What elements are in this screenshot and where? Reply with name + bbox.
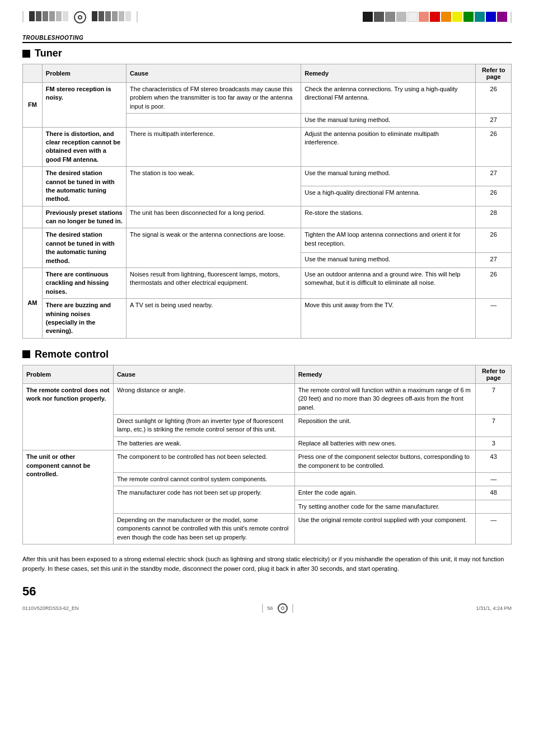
band-cell-am-1 bbox=[23, 228, 43, 268]
bottom-circle-icon bbox=[278, 603, 288, 613]
problem-cell-am-crackling: There are continuous crackling and hissi… bbox=[42, 268, 126, 299]
problem-cell-fm-distortion: There is distortion, and clear reception… bbox=[42, 127, 126, 167]
band-cell-fm-4 bbox=[23, 206, 43, 228]
ref-cell: 27 bbox=[476, 167, 512, 186]
ref-cell: 26 bbox=[476, 228, 512, 253]
cause-cell-empty bbox=[127, 114, 301, 127]
ref-cell bbox=[476, 500, 512, 513]
cause-cell: The batteries are weak. bbox=[113, 436, 294, 450]
footer-right-text: 1/31/1, 4:24 PM bbox=[476, 605, 512, 611]
remedy-cell: Reposition the unit. bbox=[294, 414, 476, 436]
remedy-cell bbox=[294, 472, 476, 486]
cause-cell: Wrong distance or angle. bbox=[113, 383, 294, 414]
tuner-header-problem: Problem bbox=[42, 64, 126, 83]
tuner-header-remedy: Remedy bbox=[301, 64, 476, 83]
remote-header-remedy: Remedy bbox=[294, 365, 476, 383]
remedy-cell: Press one of the component selector butt… bbox=[294, 450, 476, 473]
ref-cell: — bbox=[476, 299, 512, 339]
table-row: AM There are continuous crackling and hi… bbox=[23, 268, 512, 299]
remedy-cell: Use an outdoor antenna and a ground wire… bbox=[301, 268, 476, 299]
remote-header-cause: Cause bbox=[113, 365, 294, 383]
band-cell-am-2: AM bbox=[23, 268, 43, 339]
table-row: Previously preset stations can no longer… bbox=[23, 206, 512, 228]
tuner-title: Tuner bbox=[22, 48, 512, 59]
remote-header-problem: Problem bbox=[23, 365, 114, 383]
ref-cell: 3 bbox=[476, 436, 512, 450]
problem-cell-remote-nowork: The remote control does not work nor fun… bbox=[23, 383, 114, 450]
problem-cell-fm-preset: Previously preset stations can no longer… bbox=[42, 206, 126, 228]
table-row: The remote control does not work nor fun… bbox=[23, 383, 512, 414]
ref-cell: 43 bbox=[476, 450, 512, 473]
remote-title: Remote control bbox=[22, 349, 512, 360]
section-label: TROUBLESHOOTING bbox=[22, 35, 512, 43]
ref-cell: 27 bbox=[476, 114, 512, 127]
remedy-cell: Use the manual tuning method. bbox=[301, 167, 476, 186]
title-square-icon bbox=[22, 50, 30, 58]
ref-cell: 27 bbox=[476, 253, 512, 268]
band-cell-fm-2 bbox=[23, 127, 43, 167]
table-row: The desired station cannot be tuned in w… bbox=[23, 228, 512, 253]
remedy-cell: Replace all batteries with new ones. bbox=[294, 436, 476, 450]
tuner-header-band bbox=[23, 64, 43, 83]
ref-cell: — bbox=[476, 514, 512, 544]
problem-cell-am-buzzing: There are buzzing and whining noises (es… bbox=[42, 299, 126, 339]
ref-cell: 28 bbox=[476, 206, 512, 228]
bottom-footer: 0110V520RDS53-62_EN 56 1/31/1, 4:24 PM bbox=[22, 603, 512, 613]
table-row: The desired station cannot be tuned in w… bbox=[23, 167, 512, 186]
top-decorative-bar bbox=[22, 11, 512, 24]
band-cell-fm-3 bbox=[23, 167, 43, 206]
cause-cell: The signal is weak or the antenna connec… bbox=[127, 228, 301, 268]
ref-cell: 26 bbox=[476, 83, 512, 114]
table-row: There is distortion, and clear reception… bbox=[23, 127, 512, 167]
cause-cell: The characteristics of FM stereo broadca… bbox=[127, 83, 301, 114]
remote-header-ref: Refer to page bbox=[476, 365, 512, 383]
footer-paragraph: After this unit has been exposed to a st… bbox=[22, 555, 512, 573]
table-row: The unit or other component cannot be co… bbox=[23, 450, 512, 473]
tuner-header-cause: Cause bbox=[127, 64, 301, 83]
ref-cell: 26 bbox=[476, 186, 512, 206]
cause-cell: The component to be controlled has not b… bbox=[113, 450, 294, 473]
problem-cell-fm-noisy: FM stereo reception is noisy. bbox=[42, 83, 126, 128]
remote-table: Problem Cause Remedy Refer to page The r… bbox=[22, 365, 512, 544]
problem-cell-am-tune: The desired station cannot be tuned in w… bbox=[42, 228, 126, 268]
cause-cell: The manufacturer code has not been set u… bbox=[113, 486, 294, 514]
remedy-cell: The remote control will function within … bbox=[294, 383, 476, 414]
top-bar-left-blocks bbox=[22, 11, 138, 24]
top-circle-icon bbox=[74, 11, 86, 24]
remedy-cell: Use the manual tuning method. bbox=[301, 253, 476, 268]
tuner-header-ref: Refer to page bbox=[476, 64, 512, 83]
cause-cell: The remote control cannot control system… bbox=[113, 472, 294, 486]
cause-cell: Depending on the manufacturer or the mod… bbox=[113, 514, 294, 544]
cause-cell: There is multipath interference. bbox=[127, 127, 301, 167]
remedy-cell: Use the original remote control supplied… bbox=[294, 514, 476, 544]
footer-center-page: 56 bbox=[268, 605, 273, 611]
cause-cell: The unit has been disconnected for a lon… bbox=[127, 206, 301, 228]
top-bar-right-blocks bbox=[363, 12, 512, 23]
remedy-cell: Enter the code again. bbox=[294, 486, 476, 500]
cause-cell: The station is too weak. bbox=[127, 167, 301, 206]
tuner-table: Problem Cause Remedy Refer to page FM FM… bbox=[22, 64, 512, 339]
remedy-cell: Tighten the AM loop antenna connections … bbox=[301, 228, 476, 253]
remedy-cell: Check the antenna connections. Try using… bbox=[301, 83, 476, 114]
ref-cell: 7 bbox=[476, 383, 512, 414]
problem-cell-remote-nocontrol: The unit or other component cannot be co… bbox=[23, 450, 114, 544]
remedy-cell: Move this unit away from the TV. bbox=[301, 299, 476, 339]
ref-cell: 26 bbox=[476, 127, 512, 167]
cause-cell: A TV set is being used nearby. bbox=[127, 299, 301, 339]
band-cell-fm-1: FM bbox=[23, 83, 43, 128]
ref-cell: 26 bbox=[476, 268, 512, 299]
table-row: There are buzzing and whining noises (es… bbox=[23, 299, 512, 339]
cause-cell: Direct sunlight or lighting (from an inv… bbox=[113, 414, 294, 436]
title-square-icon-2 bbox=[22, 350, 30, 358]
cause-cell: Noises result from lightning, fluorescen… bbox=[127, 268, 301, 299]
remedy-cell: Try setting another code for the same ma… bbox=[294, 500, 476, 513]
remedy-cell: Adjust the antenna position to eliminate… bbox=[301, 127, 476, 167]
page-number: 56 bbox=[22, 584, 512, 599]
remedy-cell: Use the manual tuning method. bbox=[301, 114, 476, 127]
table-row: FM FM stereo reception is noisy. The cha… bbox=[23, 83, 512, 114]
remedy-cell: Re-store the stations. bbox=[301, 206, 476, 228]
ref-cell: 48 bbox=[476, 486, 512, 500]
footer-left-text: 0110V520RDS53-62_EN bbox=[22, 605, 79, 611]
problem-cell-fm-auto: The desired station cannot be tuned in w… bbox=[42, 167, 126, 206]
ref-cell: — bbox=[476, 472, 512, 486]
